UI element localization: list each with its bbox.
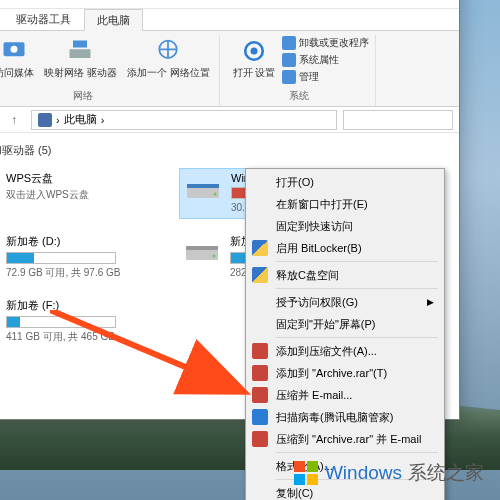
maximize-button[interactable]: ☐ (375, 0, 415, 7)
svg-rect-4 (70, 49, 91, 58)
drive-name: WPS云盘 (6, 171, 152, 186)
hdd-icon (183, 172, 223, 206)
ribbon-tabs: 管理 驱动器工具 此电脑 (0, 9, 459, 31)
svg-point-8 (250, 48, 257, 55)
svg-rect-23 (307, 461, 318, 472)
uninstall-programs-item[interactable]: 卸载或更改程序 (282, 35, 369, 51)
drive-wps-cloud[interactable]: WPS云盘 双击进入WPS云盘 (0, 168, 155, 219)
access-media-button[interactable]: 访问媒体 (0, 35, 37, 80)
pc-icon (38, 113, 52, 127)
map-network-drive-button[interactable]: 映射网络 驱动器 (41, 35, 120, 80)
separator (276, 452, 438, 453)
drive-subtitle: 双击进入WPS云盘 (6, 188, 152, 202)
svg-rect-22 (294, 461, 305, 472)
context-menu-item[interactable]: 固定到"开始"屏幕(P) (248, 313, 442, 335)
drive-f[interactable]: 新加卷 (F:) 411 GB 可用, 共 465 GB (0, 295, 155, 347)
context-menu-item[interactable]: 启用 BitLocker(B) (248, 237, 442, 259)
manage-item[interactable]: 管理 (282, 69, 369, 85)
svg-rect-25 (307, 474, 318, 485)
svg-point-11 (214, 193, 217, 196)
svg-rect-16 (186, 246, 218, 250)
context-menu-item[interactable]: 压缩到 "Archive.rar" 并 E-mail (248, 428, 442, 450)
group-label: 网络 (73, 89, 93, 106)
context-menu-item[interactable]: 在新窗口中打开(E) (248, 193, 442, 215)
drive-name: 新加卷 (D:) (6, 234, 152, 249)
usage-bar (6, 252, 116, 264)
label: 打开 设置 (233, 67, 276, 78)
label: 管理 (299, 70, 319, 84)
windows-logo-icon (293, 460, 319, 486)
separator (276, 288, 438, 289)
watermark-suffix: 系统之家 (408, 460, 484, 486)
open-settings-button[interactable]: 打开 设置 (230, 35, 279, 85)
context-menu-item[interactable]: 打开(O) (248, 171, 442, 193)
section-title: 设备和驱动器 (5) (0, 143, 52, 158)
context-menu-item[interactable]: 授予访问权限(G)▶ (248, 291, 442, 313)
address-bar-row: ← → ↑ › 此电脑 › (0, 107, 459, 133)
tab-drive-tools[interactable]: 驱动器工具 (3, 8, 84, 30)
drive-subtitle: 411 GB 可用, 共 465 GB (6, 330, 152, 344)
system-properties-item[interactable]: 系统属性 (282, 52, 369, 68)
svg-point-3 (11, 46, 18, 53)
add-network-location-button[interactable]: 添加一个 网络位置 (124, 35, 213, 80)
watermark-brand: Windows (325, 462, 402, 484)
address-segment[interactable]: 此电脑 (64, 112, 97, 127)
context-menu-item[interactable]: 压缩并 E-mail... (248, 384, 442, 406)
context-menu-item[interactable]: 添加到 "Archive.rar"(T) (248, 362, 442, 384)
minimize-button[interactable]: — (335, 0, 375, 7)
hdd-icon (182, 234, 222, 268)
group-label: 系统 (289, 89, 309, 106)
ribbon: 查看 访问媒体 映射网络 驱动器 添加一个 网络位置 网络 打开 设置 卸载或更… (0, 31, 459, 107)
watermark: Windows 系统之家 (293, 460, 484, 486)
label: 访问媒体 (0, 67, 34, 78)
drive-d[interactable]: 新加卷 (D:) 72.9 GB 可用, 共 97.6 GB (0, 231, 155, 283)
separator (276, 261, 438, 262)
ribbon-group-network: 查看 访问媒体 映射网络 驱动器 添加一个 网络位置 网络 (0, 35, 220, 106)
label: 卸载或更改程序 (299, 36, 369, 50)
separator (276, 337, 438, 338)
address-bar[interactable]: › 此电脑 › (31, 110, 337, 130)
nav-up-button[interactable]: ↑ (3, 109, 25, 131)
label: 映射网络 驱动器 (44, 67, 117, 78)
label: 系统属性 (299, 53, 339, 67)
svg-rect-5 (73, 41, 87, 48)
drive-name: 新加卷 (F:) (6, 298, 152, 313)
ribbon-group-system: 打开 设置 卸载或更改程序 系统属性 管理 系统 (224, 35, 377, 106)
context-menu: 打开(O)在新窗口中打开(E)固定到快速访问启用 BitLocker(B)释放C… (245, 168, 445, 500)
close-button[interactable]: ✕ (415, 0, 455, 7)
tab-computer[interactable]: 此电脑 (84, 9, 143, 31)
address-segment: › (56, 114, 60, 126)
drive-subtitle: 72.9 GB 可用, 共 97.6 GB (6, 266, 152, 280)
context-menu-item[interactable]: 添加到压缩文件(A)... (248, 340, 442, 362)
section-header[interactable]: ⌄ 设备和驱动器 (5) (0, 143, 445, 158)
svg-rect-24 (294, 474, 305, 485)
search-input[interactable] (343, 110, 453, 130)
context-menu-item[interactable]: 扫描病毒(腾讯电脑管家) (248, 406, 442, 428)
context-menu-item[interactable]: 释放C盘空间 (248, 264, 442, 286)
svg-point-17 (213, 255, 216, 258)
address-segment: › (101, 114, 105, 126)
context-menu-item[interactable]: 固定到快速访问 (248, 215, 442, 237)
label: 添加一个 网络位置 (127, 67, 210, 78)
svg-rect-10 (187, 184, 219, 188)
submenu-arrow-icon: ▶ (427, 297, 434, 307)
usage-bar (6, 316, 116, 328)
